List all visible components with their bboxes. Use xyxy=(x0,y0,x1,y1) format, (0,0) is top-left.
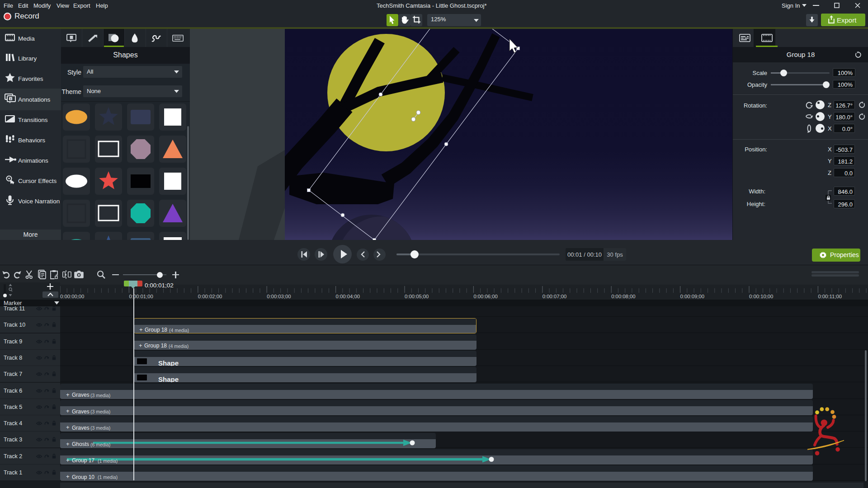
svg-text:0:00:00;00: 0:00:00;00 xyxy=(60,294,84,299)
svg-text:0:00:10;00: 0:00:10;00 xyxy=(749,294,773,299)
svg-text:0:00:06;00: 0:00:06;00 xyxy=(473,294,497,299)
svg-text:0:00:08;00: 0:00:08;00 xyxy=(611,294,635,299)
svg-text:0:00:02;00: 0:00:02;00 xyxy=(198,294,222,299)
svg-text:a: a xyxy=(10,97,12,100)
svg-text:0:00:07;00: 0:00:07;00 xyxy=(542,294,566,299)
svg-text:0:00:11;00: 0:00:11;00 xyxy=(818,294,842,299)
svg-text:0:00:03;00: 0:00:03;00 xyxy=(267,294,291,299)
svg-text:0:00:05;00: 0:00:05;00 xyxy=(405,294,429,299)
svg-text:0:00:04;00: 0:00:04;00 xyxy=(336,294,360,299)
svg-text:0:00:09;00: 0:00:09;00 xyxy=(680,294,704,299)
svg-text:0:00:01;00: 0:00:01;00 xyxy=(129,294,153,299)
